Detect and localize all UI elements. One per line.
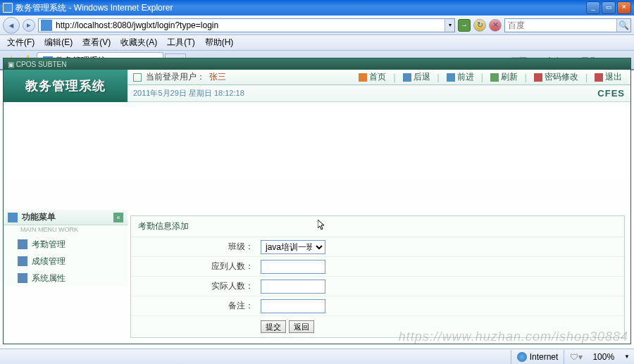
window-buttons: _ ▭ ✕ [586, 1, 631, 14]
sidebar-item-label: 系统属性 [32, 272, 66, 284]
forward-icon [447, 73, 455, 82]
form-row-class: 班级： java培训一班1 [131, 237, 624, 257]
separator: | [525, 73, 527, 82]
panel-title: 考勤信息添加 [131, 216, 624, 237]
nav-back-label: 后退 [414, 71, 430, 83]
url-dropdown-icon[interactable]: ▾ [445, 19, 454, 32]
expected-input[interactable] [261, 260, 325, 274]
nav-password-label: 密码修改 [545, 71, 578, 83]
window-titlebar: 教务管理系统 - Windows Internet Explorer _ ▭ ✕ [0, 0, 634, 15]
menu-file[interactable]: 文件(F) [3, 35, 39, 50]
sidebar-item-label: 成绩管理 [32, 256, 66, 268]
app-header: 当前登录用户： 张三 首页 | 后退 | 前进 | 刷新 | 密码修改 | 退出 [128, 70, 630, 85]
page-icon [41, 20, 52, 31]
sidebar-subtitle: MAIN MENU WORK [4, 225, 128, 236]
sidebar-title: 功能菜单 [22, 211, 109, 223]
nav-exit[interactable]: 退出 [592, 71, 625, 83]
address-bar[interactable]: ▾ [38, 18, 455, 32]
refresh-button[interactable]: ↻ [473, 19, 486, 32]
nav-back[interactable]: 后退 [400, 71, 433, 83]
remark-input[interactable] [261, 299, 325, 313]
user-checkbox-icon [133, 73, 142, 82]
nav-home[interactable]: 首页 [356, 71, 389, 83]
submit-button[interactable]: 提交 [261, 320, 286, 333]
menu-help[interactable]: 帮助(H) [201, 35, 238, 50]
nav-password[interactable]: 密码修改 [531, 71, 581, 83]
remark-label: 备注： [131, 300, 258, 312]
menu-icon [8, 213, 18, 222]
browser-navbar: ◄ ▸ ▾ → ↻ ✕ 🔍 [0, 15, 634, 35]
app-info-bar: 2011年5月29日 星期日 18:12:18 CFES [128, 85, 630, 102]
actual-input[interactable] [261, 280, 325, 294]
nav-refresh-label: 刷新 [501, 71, 518, 83]
return-button[interactable]: 返回 [289, 320, 314, 333]
collapse-icon[interactable]: « [113, 213, 123, 222]
sidebar-item-attendance[interactable]: 考勤管理 [4, 236, 128, 253]
stop-button[interactable]: ✕ [489, 19, 502, 32]
password-icon [534, 73, 542, 82]
zoom-level[interactable]: 100% [588, 352, 619, 362]
back-icon [403, 73, 411, 82]
app-frame: ▣ CPOS SUBTEN 教务管理系统 当前登录用户： 张三 首页 | 后退 … [3, 58, 631, 344]
sidebar-column: 功能菜单 « MAIN MENU WORK 考勤管理 成绩管理 系统属性 [4, 177, 128, 344]
timestamp: 2011年5月29日 星期日 18:12:18 [133, 88, 244, 99]
app-frame-title: ▣ CPOS SUBTEN [4, 58, 630, 70]
protected-mode-icon: 🛡▾ [570, 352, 583, 362]
sidebar: 功能菜单 « MAIN MENU WORK 考勤管理 成绩管理 系统属性 [4, 210, 128, 287]
class-select[interactable]: java培训一班1 [261, 240, 325, 254]
menu-favorites[interactable]: 收藏夹(A) [116, 35, 161, 50]
actual-label: 实际人数： [131, 280, 258, 292]
separator: | [481, 73, 483, 82]
nav-forward[interactable]: 前进 [444, 71, 477, 83]
search-box[interactable]: 🔍 [504, 18, 631, 32]
sidebar-item-system[interactable]: 系统属性 [4, 270, 128, 287]
sidebar-item-label: 考勤管理 [32, 239, 66, 251]
app-icon [3, 3, 13, 13]
form-row-expected: 应到人数： [131, 257, 624, 277]
list-icon [18, 239, 27, 249]
expected-label: 应到人数： [131, 261, 258, 272]
search-icon[interactable]: 🔍 [616, 19, 630, 32]
forward-button[interactable]: ▸ [23, 19, 35, 32]
window-title: 教务管理系统 - Windows Internet Explorer [15, 2, 173, 14]
brand-label: CFES [597, 88, 625, 99]
class-label: 班级： [131, 241, 258, 253]
separator: | [585, 73, 588, 82]
nav-refresh[interactable]: 刷新 [487, 71, 521, 83]
sidebar-item-grades[interactable]: 成绩管理 [4, 253, 128, 270]
go-button[interactable]: → [458, 19, 471, 32]
security-zone[interactable]: Internet [511, 350, 565, 364]
separator: | [393, 73, 395, 82]
url-input[interactable] [54, 19, 445, 32]
exit-icon [595, 73, 603, 82]
app-body: 功能菜单 « MAIN MENU WORK 考勤管理 成绩管理 系统属性 [4, 177, 630, 344]
maximize-button[interactable]: ▭ [602, 1, 616, 14]
watermark: https://www.huzhan.com/ishop30884 [399, 330, 628, 344]
form-row-actual: 实际人数： [131, 277, 624, 296]
nav-home-label: 首页 [369, 71, 386, 83]
separator: | [437, 73, 440, 82]
list-icon [18, 256, 27, 266]
search-input[interactable] [505, 19, 616, 32]
browser-statusbar: Internet 🛡▾ 100% ▼ [0, 349, 634, 364]
list-icon [18, 273, 27, 283]
refresh-icon [490, 73, 499, 82]
form-panel: 考勤信息添加 班级： java培训一班1 应到人数： 实际人数： [130, 215, 625, 338]
sidebar-header[interactable]: 功能菜单 « [4, 210, 128, 225]
menu-view[interactable]: 查看(V) [78, 35, 115, 50]
current-user: 张三 [209, 71, 226, 83]
app-logo: 教务管理系统 [4, 70, 128, 102]
back-button[interactable]: ◄ [3, 17, 20, 34]
zoom-dropdown-icon[interactable]: ▼ [624, 353, 630, 360]
minimize-button[interactable]: _ [586, 1, 600, 14]
nav-exit-label: 退出 [605, 71, 622, 83]
menu-edit[interactable]: 编辑(E) [40, 35, 77, 50]
close-button[interactable]: ✕ [617, 1, 631, 14]
zone-label: Internet [530, 352, 559, 362]
menu-tools[interactable]: 工具(T) [163, 35, 199, 50]
nav-forward-label: 前进 [457, 71, 474, 83]
current-user-label: 当前登录用户： [146, 71, 205, 83]
globe-icon [517, 352, 527, 362]
browser-menubar: 文件(F) 编辑(E) 查看(V) 收藏夹(A) 工具(T) 帮助(H) [0, 35, 634, 51]
main-content: 考勤信息添加 班级： java培训一班1 应到人数： 实际人数： [128, 210, 630, 344]
